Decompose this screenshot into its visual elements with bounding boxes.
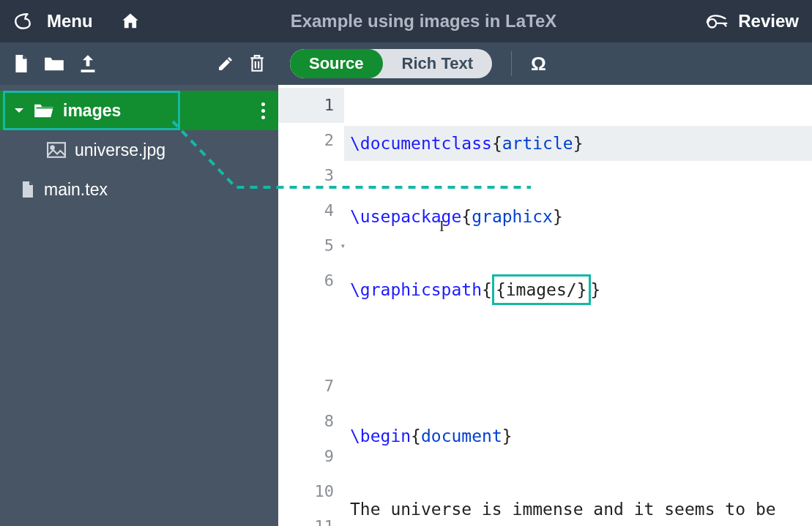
- review-label: Review: [738, 11, 799, 31]
- line-number: 3: [278, 158, 344, 193]
- menu-label: Menu: [47, 11, 93, 31]
- file-universe-jpg[interactable]: universe.jpg: [0, 130, 278, 170]
- top-bar: Menu Example using images in LaTeX Revie…: [0, 0, 812, 42]
- menu-button[interactable]: Menu: [47, 11, 93, 31]
- folder-menu-button[interactable]: [261, 102, 265, 119]
- source-label: Source: [309, 54, 364, 73]
- svg-point-3: [51, 146, 53, 149]
- line-number: 1: [278, 88, 344, 123]
- editor-mode-toggle: Source Rich Text: [290, 49, 492, 78]
- file-tree-sidebar: images universe.jpg main.tex: [0, 85, 278, 526]
- overleaf-logo[interactable]: [13, 12, 32, 31]
- folder-name: images: [63, 101, 121, 121]
- line-number: 9: [278, 439, 344, 474]
- omega-label: Ω: [531, 53, 546, 75]
- image-icon: [47, 142, 66, 158]
- symbol-palette-button[interactable]: Ω: [531, 53, 546, 75]
- delete-button[interactable]: [249, 54, 265, 73]
- richtext-label: Rich Text: [402, 54, 473, 73]
- richtext-mode-tab[interactable]: Rich Text: [383, 49, 492, 78]
- svg-rect-2: [48, 143, 65, 157]
- toolbar-row: Source Rich Text Ω: [0, 42, 812, 85]
- line-number: 4: [278, 193, 344, 228]
- annotation-path-highlight: {images/}: [492, 274, 591, 305]
- file-icon: [21, 180, 35, 199]
- line-number: 2: [278, 123, 344, 158]
- line-number: 8: [278, 404, 344, 439]
- chevron-down-icon: [13, 105, 25, 116]
- folder-images[interactable]: images: [0, 91, 278, 130]
- code-content[interactable]: \documentclass{article} \usepackage{grap…: [344, 85, 812, 526]
- line-number: 5: [278, 228, 344, 263]
- rename-button[interactable]: [217, 55, 234, 72]
- line-number: 6: [278, 263, 344, 369]
- folder-open-icon: [34, 102, 54, 119]
- line-gutter: 1 2 3 4 5 6 7 8 9 10 11: [278, 85, 344, 526]
- line-number: 11: [278, 509, 344, 526]
- new-folder-button[interactable]: [44, 56, 64, 72]
- new-file-button[interactable]: [13, 54, 29, 73]
- file-main-tex[interactable]: main.tex: [0, 170, 278, 209]
- line-number: 7: [278, 369, 344, 404]
- main-file-name: main.tex: [44, 180, 108, 200]
- home-button[interactable]: [119, 11, 141, 31]
- code-editor[interactable]: 1 2 3 4 5 6 7 8 9 10 11 \documentclass{a…: [278, 85, 812, 526]
- svg-point-0: [708, 19, 716, 27]
- image-file-name: universe.jpg: [75, 140, 165, 160]
- toolbar-divider: [511, 51, 512, 76]
- source-mode-tab[interactable]: Source: [290, 49, 383, 78]
- text-cursor-icon: I: [439, 218, 444, 235]
- line-number: 10: [278, 474, 344, 509]
- project-title: Example using images in LaTeX: [156, 11, 692, 31]
- review-button[interactable]: Review: [706, 11, 799, 31]
- svg-rect-1: [81, 69, 95, 72]
- upload-button[interactable]: [79, 54, 97, 73]
